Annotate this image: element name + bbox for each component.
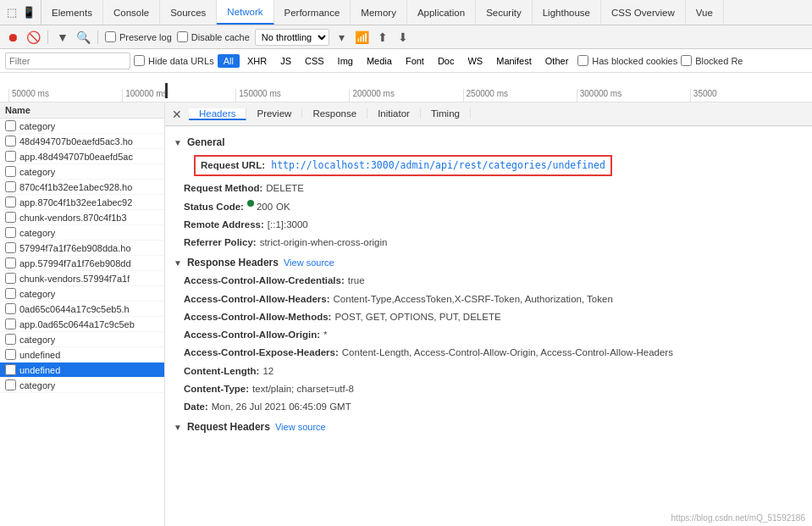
list-item-name: undefined: [19, 350, 60, 360]
list-item[interactable]: undefined: [0, 347, 164, 363]
list-item[interactable]: category: [0, 164, 164, 180]
filter-type-doc[interactable]: Doc: [432, 54, 461, 68]
has-blocked-cookies-checkbox[interactable]: [577, 55, 588, 66]
list-item-checkbox[interactable]: [5, 227, 16, 238]
filter-type-js[interactable]: JS: [274, 54, 297, 68]
response-headers-section-header: ▼ Response Headers View source: [174, 252, 804, 272]
hide-data-urls-label[interactable]: Hide data URLs: [134, 55, 214, 66]
filter-input[interactable]: [5, 53, 130, 69]
list-item[interactable]: category: [0, 225, 164, 241]
response-headers-label: Response Headers: [187, 257, 279, 269]
tab-vue[interactable]: Vue: [686, 0, 724, 25]
blocked-re-label[interactable]: Blocked Re: [681, 55, 743, 66]
list-item-checkbox[interactable]: [5, 181, 16, 192]
record-btn[interactable]: ⏺: [5, 30, 20, 45]
filter-type-all[interactable]: All: [218, 54, 240, 68]
response-header-row: Access-Control-Expose-Headers:Content-Le…: [174, 344, 804, 362]
tab-elements[interactable]: Elements: [41, 0, 103, 25]
tab-css-overview[interactable]: CSS Overview: [601, 0, 686, 25]
list-item[interactable]: category: [0, 286, 164, 302]
filter-type-xhr[interactable]: XHR: [241, 54, 273, 68]
list-item-checkbox[interactable]: [5, 257, 16, 269]
list-item-checkbox[interactable]: [5, 151, 16, 162]
top-tabs: ElementsConsoleSourcesNetworkPerformance…: [41, 0, 724, 25]
list-item[interactable]: chunk-vendors.57994f7a1f: [0, 271, 164, 286]
list-item[interactable]: 870c4f1b32ee1abec928.ho: [0, 180, 164, 195]
list-item[interactable]: chunk-vendors.870c4f1b3: [0, 210, 164, 225]
search-icon[interactable]: 🔍: [75, 30, 91, 45]
wifi-icon[interactable]: 📶: [355, 30, 370, 45]
tab-sources[interactable]: Sources: [160, 0, 217, 25]
device-icon[interactable]: 📱: [22, 6, 36, 19]
list-item-checkbox[interactable]: [5, 334, 16, 345]
list-item-checkbox[interactable]: [5, 349, 16, 360]
list-item[interactable]: category: [0, 332, 164, 347]
list-item[interactable]: app.870c4f1b32ee1abec92: [0, 195, 164, 210]
list-item-checkbox[interactable]: [5, 242, 16, 253]
list-item[interactable]: 48d494707b0eaefd5ac3.ho: [0, 134, 164, 149]
request-method-value: DELETE: [266, 181, 304, 196]
upload-icon[interactable]: ⬆: [375, 30, 390, 45]
response-header-key: Access-Control-Expose-Headers:: [184, 346, 339, 360]
detail-tab-preview[interactable]: Preview: [246, 108, 302, 119]
throttle-select[interactable]: No throttling: [255, 29, 329, 46]
request-view-source-link[interactable]: View source: [275, 422, 326, 432]
detail-tab-timing[interactable]: Timing: [421, 108, 471, 119]
filter-type-other[interactable]: Other: [539, 54, 575, 68]
tab-security[interactable]: Security: [476, 0, 533, 25]
has-blocked-cookies-label[interactable]: Has blocked cookies: [577, 55, 677, 66]
detail-tab-response[interactable]: Response: [302, 108, 367, 119]
disable-cache-checkbox[interactable]: [177, 31, 188, 42]
list-item[interactable]: app.57994f7a1f76eb908dd: [0, 256, 164, 271]
tab-application[interactable]: Application: [407, 0, 476, 25]
tab-lighthouse[interactable]: Lighthouse: [533, 0, 601, 25]
detail-tab-items: HeadersPreviewResponseInitiatorTiming: [189, 108, 471, 120]
list-item[interactable]: category: [0, 119, 164, 134]
list-item-checkbox[interactable]: [5, 120, 16, 131]
preserve-log-checkbox[interactable]: [105, 31, 116, 42]
detail-tab-initiator[interactable]: Initiator: [367, 108, 421, 119]
inspect-icon[interactable]: ⬚: [5, 6, 19, 19]
detail-close-btn[interactable]: ✕: [165, 102, 189, 125]
tab-memory[interactable]: Memory: [351, 0, 407, 25]
filter-type-img[interactable]: Img: [332, 54, 359, 68]
list-item-checkbox[interactable]: [5, 166, 16, 177]
list-item-checkbox[interactable]: [5, 197, 16, 208]
clear-btn[interactable]: 🚫: [25, 30, 41, 45]
list-item-checkbox[interactable]: [5, 136, 16, 147]
timeline-marker: 100000 ms: [122, 89, 235, 102]
list-item[interactable]: app.48d494707b0eaefd5ac: [0, 149, 164, 164]
list-item-checkbox[interactable]: [5, 212, 16, 223]
list-item[interactable]: category: [0, 378, 164, 393]
download-icon[interactable]: ⬇: [395, 30, 411, 45]
filter-type-font[interactable]: Font: [400, 54, 430, 68]
throttle-arrow[interactable]: ▾: [334, 30, 350, 45]
filter-type-css[interactable]: CSS: [299, 54, 330, 68]
detail-tab-headers[interactable]: Headers: [189, 108, 246, 120]
list-item[interactable]: undefined: [0, 363, 164, 378]
list-item-checkbox[interactable]: [5, 273, 16, 284]
response-header-key: Access-Control-Allow-Origin:: [184, 328, 320, 342]
preserve-log-label[interactable]: Preserve log: [105, 31, 172, 42]
tab-console[interactable]: Console: [103, 0, 160, 25]
filter-type-manifest[interactable]: Manifest: [490, 54, 538, 68]
tab-performance[interactable]: Performance: [274, 0, 351, 25]
disable-cache-label[interactable]: Disable cache: [177, 31, 250, 42]
list-item-checkbox[interactable]: [5, 379, 16, 390]
list-item[interactable]: 0ad65c0644a17c9c5eb5.h: [0, 302, 164, 317]
response-header-row: Access-Control-Allow-Methods:POST, GET, …: [174, 308, 804, 326]
list-item[interactable]: app.0ad65c0644a17c9c5eb: [0, 317, 164, 332]
filter-type-ws[interactable]: WS: [461, 54, 489, 68]
tab-network[interactable]: Network: [217, 0, 273, 25]
list-item-checkbox[interactable]: [5, 318, 16, 329]
devtools-icons: ⬚ 📱: [0, 0, 41, 25]
list-item-checkbox[interactable]: [5, 364, 16, 375]
blocked-re-checkbox[interactable]: [681, 55, 692, 66]
filter-type-media[interactable]: Media: [361, 54, 398, 68]
list-item[interactable]: 57994f7a1f76eb908dda.ho: [0, 241, 164, 256]
filter-icon[interactable]: ▼: [55, 30, 70, 45]
list-item-checkbox[interactable]: [5, 288, 16, 299]
hide-data-urls-checkbox[interactable]: [134, 55, 145, 66]
view-source-link[interactable]: View source: [284, 257, 334, 268]
list-item-checkbox[interactable]: [5, 303, 16, 314]
